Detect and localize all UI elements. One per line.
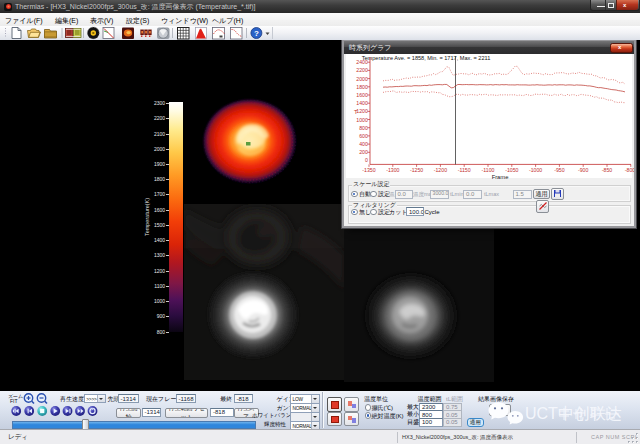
svg-text:1200: 1200	[356, 108, 368, 114]
svg-text:-950: -950	[554, 167, 564, 173]
svg-text:Frame: Frame	[492, 174, 509, 180]
svg-text:-1000: -1000	[529, 167, 542, 173]
svg-text:1000: 1000	[356, 117, 368, 123]
svg-text:1800: 1800	[356, 84, 368, 90]
svg-text:-1050: -1050	[505, 167, 518, 173]
svg-text:-1100: -1100	[482, 167, 495, 173]
svg-text:800: 800	[359, 125, 368, 131]
svg-text:-1350: -1350	[362, 167, 375, 173]
svg-text:1400: 1400	[356, 100, 368, 106]
svg-text:1600: 1600	[356, 92, 368, 98]
svg-text:-1300: -1300	[386, 167, 399, 173]
svg-text:T: T	[354, 109, 358, 115]
svg-text:-800: -800	[625, 167, 634, 173]
svg-text:600: 600	[359, 133, 368, 139]
svg-text:0: 0	[365, 157, 368, 163]
svg-text:2200: 2200	[356, 67, 368, 73]
svg-text:-850: -850	[602, 167, 612, 173]
svg-text:400: 400	[359, 141, 368, 147]
svg-text:-1150: -1150	[458, 167, 471, 173]
svg-text:?: ?	[254, 29, 259, 38]
svg-text:-1200: -1200	[434, 167, 447, 173]
svg-text:2000: 2000	[356, 76, 368, 82]
svg-text:200: 200	[359, 149, 368, 155]
svg-text:Temperature Ave. = 1858, Min.: Temperature Ave. = 1858, Min. = 1717, Ma…	[362, 55, 491, 61]
svg-text:-900: -900	[578, 167, 588, 173]
svg-text:-1250: -1250	[410, 167, 423, 173]
